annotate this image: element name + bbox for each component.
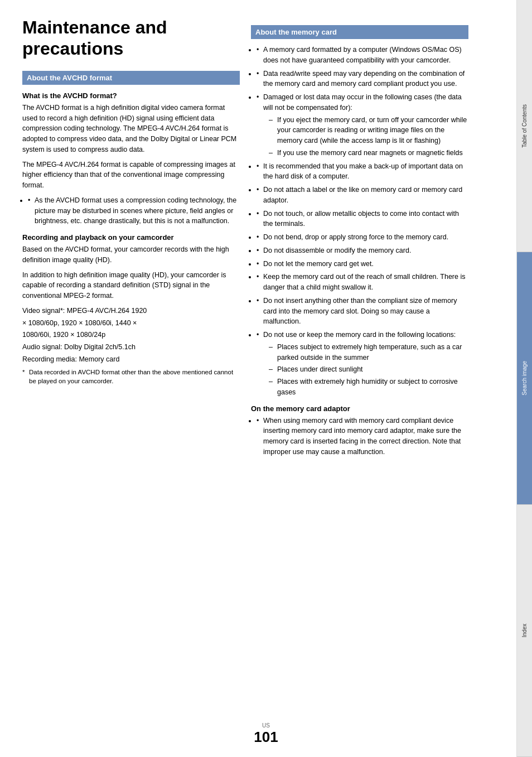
mc-bullet-7: Do not disassemble or modify the memory … [257, 245, 468, 256]
main-content: Maintenance and precautions About the AV… [0, 0, 516, 757]
mc-sub-bullet-damaged-0: If you eject the memory card, or turn of… [269, 115, 468, 146]
mc-sub-bullet-damaged-1: If you use the memory card near magnets … [269, 148, 468, 158]
avchd-body-1: The AVCHD format is a high definition di… [22, 103, 240, 155]
mc-sub-bullet-loc-2: Places with extremely high humidity or s… [269, 377, 468, 398]
page-number-sub: US [0, 722, 532, 729]
recording-body-2: In addition to high definition image qua… [22, 270, 240, 301]
recording-body-1: Based on the AVCHD format, your camcorde… [22, 244, 240, 266]
mc-sub-bullet-loc-1: Places under direct sunlight [269, 364, 468, 375]
mc-bullet-1: Data read/write speed may vary depending… [257, 69, 468, 90]
sidebar-tab-toc-label: Table of Contents [521, 102, 528, 151]
signal-line-2: × 1080/60p, 1920 × 1080/60i, 1440 × [22, 318, 240, 329]
left-column: Maintenance and precautions About the AV… [22, 17, 240, 729]
sidebar-tab-search[interactable]: Search image [517, 252, 532, 504]
mc-sub-bullet-loc-0: Places subject to extremely high tempera… [269, 342, 468, 363]
mc-bullet-5: Do not touch, or allow metallic objects … [257, 209, 468, 230]
mc-bullet-8: Do not let the memory card get wet. [257, 259, 468, 269]
recording-footnote: Data recorded in AVCHD format other than… [22, 368, 240, 385]
mc-bullet-11: Do not use or keep the memory card in th… [257, 330, 468, 398]
adaptor-bullet-0: When using memory card with memory card … [257, 416, 468, 457]
sidebar-tab-index-label: Index [521, 621, 528, 640]
memory-card-section-header: About the memory card [251, 25, 468, 39]
page-container: Maintenance and precautions About the AV… [0, 0, 532, 757]
memory-card-bullet-list: A memory card formatted by a computer (W… [257, 45, 468, 398]
mc-bullet-6: Do not bend, drop or apply strong force … [257, 232, 468, 243]
mc-bullet-9: Keep the memory card out of the reach of… [257, 272, 468, 293]
signal-line-3: 1080/60i, 1920 × 1080/24p [22, 330, 240, 340]
signal-line-5: Recording media: Memory card [22, 354, 240, 365]
sidebar-tabs: Table of Contents Search image Index [516, 0, 532, 757]
recording-section-title: Recording and playback on your camcorder [22, 233, 240, 242]
signal-line-1: Video signal*: MPEG-4 AVC/H.264 1920 [22, 306, 240, 316]
signal-line-4: Audio signal: Dolby Digital 2ch/5.1ch [22, 342, 240, 353]
page-title: Maintenance and precautions [22, 17, 240, 60]
page-number: 101 [0, 729, 532, 746]
what-is-avchd-title: What is the AVCHD format? [22, 91, 240, 100]
right-column: About the memory card A memory card form… [251, 17, 468, 729]
sidebar-tab-search-label: Search image [521, 358, 528, 398]
avchd-body-2: The MPEG-4 AVC/H.264 format is capable o… [22, 160, 240, 191]
avchd-bullet-list: As the AVCHD format uses a compression c… [28, 195, 240, 226]
mc-bullet-3: It is recommended that you make a back-u… [257, 161, 468, 182]
mc-bullet-0: A memory card formatted by a computer (W… [257, 45, 468, 66]
mc-bullet-2: Damaged or lost data may occur in the fo… [257, 92, 468, 158]
mc-bullet-4: Do not attach a label or the like on mem… [257, 185, 468, 206]
adaptor-section-title: On the memory card adaptor [251, 404, 468, 413]
page-footer: US 101 [0, 722, 532, 746]
adaptor-bullet-list: When using memory card with memory card … [257, 416, 468, 457]
sidebar-tab-toc[interactable]: Table of Contents [517, 0, 532, 252]
mc-bullet-10: Do not insert anything other than the co… [257, 296, 468, 327]
avchd-bullet-item: As the AVCHD format uses a compression c… [28, 195, 240, 226]
sidebar-tab-index[interactable]: Index [517, 505, 532, 757]
avchd-section-header: About the AVCHD format [22, 71, 240, 85]
